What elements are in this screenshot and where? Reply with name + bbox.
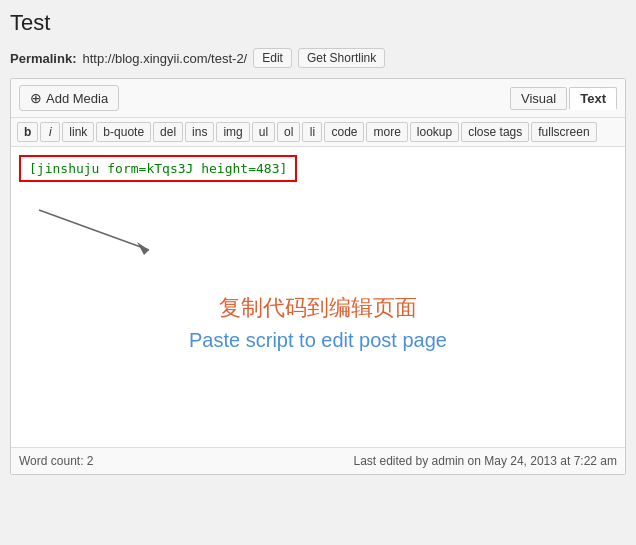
toolbar-btn-link[interactable]: link: [62, 122, 94, 142]
instruction-text: 复制代码到编辑页面 Paste script to edit post page: [19, 293, 617, 352]
toolbar-btn-del[interactable]: del: [153, 122, 183, 142]
toolbar-btn-img[interactable]: img: [216, 122, 249, 142]
permalink-row: Permalink: http://blog.xingyii.com/test-…: [10, 48, 626, 68]
svg-marker-1: [137, 242, 149, 255]
editor-toolbar: bilinkb-quotedelinsimgulollicodemorelook…: [11, 118, 625, 147]
editor-footer: Word count: 2 Last edited by admin on Ma…: [11, 447, 625, 474]
get-shortlink-button[interactable]: Get Shortlink: [298, 48, 385, 68]
word-count: Word count: 2: [19, 454, 93, 468]
annotation-area: [29, 200, 617, 263]
tab-text[interactable]: Text: [569, 87, 617, 110]
media-plus-icon: ⊕: [30, 90, 42, 106]
last-edited: Last edited by admin on May 24, 2013 at …: [353, 454, 617, 468]
svg-line-0: [39, 210, 149, 250]
code-block: [jinshuju form=kTqs3J height=483]: [19, 155, 297, 182]
editor-top-bar: ⊕ Add Media Visual Text: [11, 79, 625, 118]
post-title: Test: [10, 10, 626, 40]
toolbar-btn-code[interactable]: code: [324, 122, 364, 142]
instruction-chinese: 复制代码到编辑页面: [19, 293, 617, 323]
edit-permalink-button[interactable]: Edit: [253, 48, 292, 68]
toolbar-btn-b-quote[interactable]: b-quote: [96, 122, 151, 142]
toolbar-btn-li[interactable]: li: [302, 122, 322, 142]
add-media-label: Add Media: [46, 91, 108, 106]
view-tabs: Visual Text: [510, 87, 617, 110]
tab-visual[interactable]: Visual: [510, 87, 567, 110]
toolbar-btn-ins[interactable]: ins: [185, 122, 214, 142]
page-wrapper: Test Permalink: http://blog.xingyii.com/…: [0, 0, 636, 545]
instruction-english: Paste script to edit post page: [19, 329, 617, 352]
toolbar-btn-more[interactable]: more: [366, 122, 407, 142]
permalink-url: http://blog.xingyii.com/test-2/: [82, 51, 247, 66]
toolbar-btn-lookup[interactable]: lookup: [410, 122, 459, 142]
editor-area: ⊕ Add Media Visual Text bilinkb-quotedel…: [10, 78, 626, 475]
add-media-button[interactable]: ⊕ Add Media: [19, 85, 119, 111]
editor-content: [jinshuju form=kTqs3J height=483] 复制代码到编…: [11, 147, 625, 447]
toolbar-btn-close-tags[interactable]: close tags: [461, 122, 529, 142]
arrow-svg: [29, 200, 229, 260]
permalink-label: Permalink:: [10, 51, 76, 66]
toolbar-btn-fullscreen[interactable]: fullscreen: [531, 122, 596, 142]
toolbar-btn-ol[interactable]: ol: [277, 122, 300, 142]
toolbar-btn-b[interactable]: b: [17, 122, 38, 142]
toolbar-btn-ul[interactable]: ul: [252, 122, 275, 142]
toolbar-btn-i[interactable]: i: [40, 122, 60, 142]
